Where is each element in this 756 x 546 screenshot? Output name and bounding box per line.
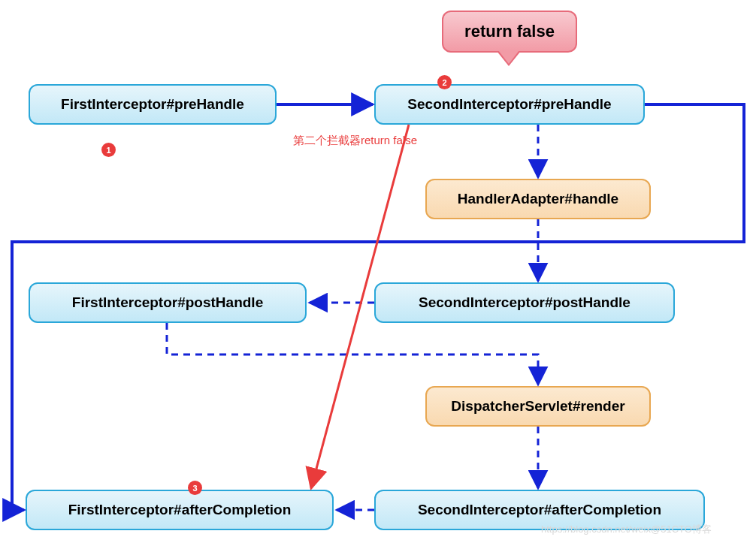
badge-2: 2 [437, 75, 452, 89]
watermark: https://blog.csdn.net/weix@51CTO博客 [541, 523, 712, 536]
badge-1: 1 [101, 143, 116, 157]
node-label: SecondInterceptor#preHandle [407, 96, 611, 113]
node-dispatcher-render: DispatcherServlet#render [425, 386, 651, 427]
node-label: SecondInterceptor#afterCompletion [418, 502, 661, 518]
connectors-layer [0, 0, 756, 546]
node-label: SecondInterceptor#postHandle [419, 294, 631, 311]
node-label: FirstInterceptor#preHandle [61, 96, 244, 113]
node-second-prehandle: SecondInterceptor#preHandle [374, 84, 645, 125]
node-first-aftercompletion: FirstInterceptor#afterCompletion [26, 490, 334, 530]
node-label: DispatcherServlet#render [451, 398, 624, 415]
node-label: HandlerAdapter#handle [458, 191, 618, 207]
annotation-return-false: 第二个拦截器return false [293, 134, 417, 148]
edge-firstpost-render [167, 323, 538, 385]
node-label: FirstInterceptor#postHandle [72, 294, 263, 311]
badge-num: 1 [106, 146, 110, 155]
node-handler-adapter: HandlerAdapter#handle [425, 179, 651, 219]
badge-num: 3 [192, 484, 197, 493]
callout-text: return false [464, 22, 555, 41]
badge-3: 3 [188, 481, 202, 495]
node-first-posthandle: FirstInterceptor#postHandle [29, 282, 307, 323]
callout-tail-fill [498, 50, 519, 64]
badge-num: 2 [442, 78, 446, 87]
node-first-prehandle: FirstInterceptor#preHandle [29, 84, 277, 125]
node-second-posthandle: SecondInterceptor#postHandle [374, 282, 675, 323]
callout-return-false: return false [442, 11, 577, 53]
node-label: FirstInterceptor#afterCompletion [68, 502, 292, 518]
